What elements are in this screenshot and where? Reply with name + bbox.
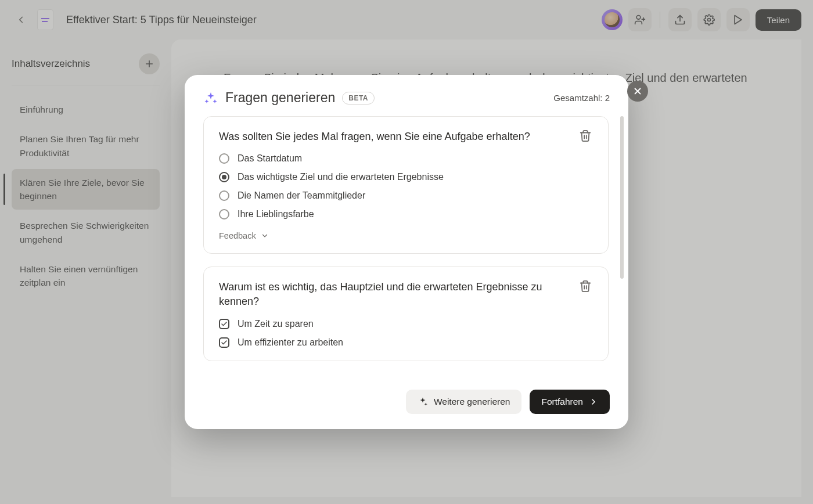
question-text: Was sollten Sie jedes Mal fragen, wenn S… (219, 129, 530, 144)
option-label: Um Zeit zu sparen (238, 319, 314, 329)
option-label: Das wichtigste Ziel und die erwarteten E… (238, 172, 444, 182)
generate-more-button[interactable]: Weitere generieren (406, 390, 522, 414)
continue-button[interactable]: Fortfahren (530, 390, 610, 414)
generate-more-label: Weitere generieren (434, 397, 510, 407)
modal-title: Fragen generieren (225, 90, 335, 106)
generate-questions-modal: Fragen generieren BETA Gesamtzahl: 2 Was… (185, 75, 628, 429)
question-text: Warum ist es wichtig, das Hauptziel und … (219, 280, 570, 309)
option-row[interactable]: Das Startdatum (219, 153, 593, 164)
sparkle-icon (418, 397, 428, 407)
modal-overlay[interactable]: Fragen generieren BETA Gesamtzahl: 2 Was… (0, 0, 813, 504)
option-label: Das Startdatum (238, 153, 302, 164)
option-row[interactable]: Um effizienter zu arbeiten (219, 337, 593, 348)
trash-icon[interactable] (579, 280, 593, 294)
scrollbar[interactable] (620, 116, 624, 279)
trash-icon[interactable] (579, 129, 593, 143)
checkbox-icon[interactable] (219, 319, 229, 329)
option-row[interactable]: Das wichtigste Ziel und die erwarteten E… (219, 172, 593, 182)
feedback-toggle[interactable]: Feedback (219, 231, 593, 240)
option-row[interactable]: Um Zeit zu sparen (219, 319, 593, 329)
radio-icon[interactable] (219, 153, 229, 164)
question-card: Was sollten Sie jedes Mal fragen, wenn S… (203, 116, 609, 254)
option-label: Ihre Lieblingsfarbe (238, 209, 314, 219)
question-card: Warum ist es wichtig, das Hauptziel und … (203, 267, 609, 361)
option-label: Die Namen der Teammitglieder (238, 190, 365, 201)
option-label: Um effizienter zu arbeiten (238, 337, 343, 348)
chevron-right-icon (589, 397, 598, 406)
beta-badge: BETA (342, 92, 375, 105)
option-row[interactable]: Die Namen der Teammitglieder (219, 190, 593, 201)
continue-label: Fortfahren (541, 397, 583, 407)
radio-icon[interactable] (219, 190, 229, 201)
sparkle-icon (203, 91, 218, 106)
checkbox-icon[interactable] (219, 337, 229, 348)
radio-icon[interactable] (219, 209, 229, 219)
total-count: Gesamtzahl: 2 (553, 93, 610, 103)
close-button[interactable] (627, 81, 648, 102)
radio-icon[interactable] (219, 172, 229, 182)
option-row[interactable]: Ihre Lieblingsfarbe (219, 209, 593, 219)
